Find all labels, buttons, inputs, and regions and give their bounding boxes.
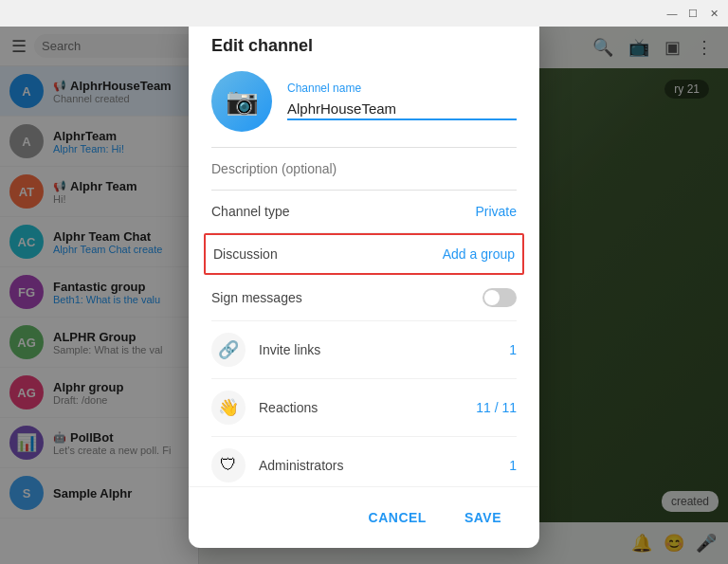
discussion-label: Discussion [213,246,278,262]
channel-name-section: Channel name [287,82,517,120]
modal-overlay: Edit channel 📷 Channel name Channel type… [0,0,728,564]
invite-links-label: Invite links [259,342,496,357]
administrators-label: Administrators [259,458,496,473]
channel-type-row: Channel type Private [211,191,517,233]
add-group-link[interactable]: Add a group [443,246,515,262]
discussion-row: Discussion Add a group [204,233,524,275]
administrators-icon: 🛡 [211,448,246,482]
minimize-button[interactable]: — [665,7,679,20]
channel-avatar-section: 📷 Channel name [211,71,517,148]
administrators-count: 1 [509,458,517,473]
close-button[interactable]: ✕ [707,7,720,20]
reactions-count: 11 / 11 [476,400,517,415]
invite-links-icon: 🔗 [211,333,246,367]
sign-messages-row: Sign messages [211,275,517,321]
administrators-row[interactable]: 🛡 Administrators 1 [211,437,517,486]
sign-messages-toggle[interactable] [482,288,517,307]
invite-links-row[interactable]: 🔗 Invite links 1 [211,321,517,379]
invite-links-count: 1 [509,342,517,357]
channel-name-label: Channel name [287,82,517,95]
reactions-label: Reactions [259,400,463,415]
save-button[interactable]: SAVE [449,502,517,533]
camera-icon: 📷 [226,85,259,117]
modal-footer: CANCEL SAVE [189,486,539,548]
sign-messages-label: Sign messages [211,290,302,305]
channel-avatar-button[interactable]: 📷 [211,71,272,132]
description-input[interactable] [211,148,517,191]
maximize-button[interactable]: ☐ [686,7,700,20]
modal-title: Edit channel [211,36,517,56]
channel-name-input[interactable] [287,99,517,120]
titlebar: — ☐ ✕ [0,0,728,27]
cancel-button[interactable]: CANCEL [354,502,442,533]
channel-type-value[interactable]: Private [475,204,517,219]
reactions-icon: 👋 [211,391,246,425]
modal-body: 📷 Channel name Channel type Private Disc… [189,71,539,486]
reactions-row[interactable]: 👋 Reactions 11 / 11 [211,379,517,437]
edit-channel-modal: Edit channel 📷 Channel name Channel type… [189,17,539,548]
channel-type-label: Channel type [211,204,290,219]
